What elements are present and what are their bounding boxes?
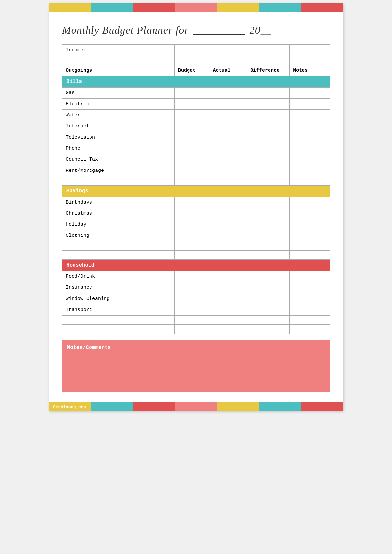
bottom-stripe bbox=[49, 402, 343, 411]
empty-row-2 bbox=[62, 176, 330, 186]
household-label: Household bbox=[62, 260, 330, 271]
item-water: Water bbox=[62, 110, 175, 121]
empty-row-6 bbox=[62, 325, 330, 334]
category-savings: Savings bbox=[62, 186, 330, 197]
item-television: Television bbox=[62, 132, 175, 143]
bottom-stripe-teal-2 bbox=[259, 402, 301, 411]
bottom-stripe-red-1 bbox=[133, 402, 175, 411]
content: Monthly Budget Planner for 20__ Income: bbox=[49, 12, 343, 402]
table-row: Electric bbox=[62, 99, 330, 110]
footer-area: Gembloong.com bbox=[49, 402, 343, 411]
income-diff-cell bbox=[247, 45, 290, 56]
table-row: Television bbox=[62, 132, 330, 143]
table-row: Window Cleaning bbox=[62, 293, 330, 304]
empty-row-1 bbox=[62, 56, 330, 65]
savings-label: Savings bbox=[62, 186, 330, 197]
table-row: Gas bbox=[62, 88, 330, 99]
table-row: Clothing bbox=[62, 230, 330, 241]
bottom-stripe-pink-1 bbox=[175, 402, 217, 411]
item-holiday: Holiday bbox=[62, 219, 175, 230]
category-household: Household bbox=[62, 260, 330, 271]
table-row: Water bbox=[62, 110, 330, 121]
income-label: Income: bbox=[62, 45, 175, 56]
top-stripe bbox=[49, 3, 343, 12]
title-line-month bbox=[193, 22, 245, 35]
table-row: Insurance bbox=[62, 282, 330, 293]
table-row: Christmas bbox=[62, 208, 330, 219]
table-row: Transport bbox=[62, 304, 330, 316]
item-internet: Internet bbox=[62, 121, 175, 132]
bottom-stripe-red-2 bbox=[301, 402, 343, 411]
item-rent-mortgage: Rent/Mortgage bbox=[62, 165, 175, 176]
table-row: Council Tax bbox=[62, 154, 330, 165]
table-row: Phone bbox=[62, 143, 330, 154]
page-title: Monthly Budget Planner for 20__ bbox=[62, 22, 330, 36]
table-row: Food/Drink bbox=[62, 271, 330, 282]
bottom-stripe-yellow-2 bbox=[217, 402, 259, 411]
col-header-actual: Actual bbox=[209, 65, 247, 76]
bills-label: Bills bbox=[62, 76, 330, 88]
col-header-budget: Budget bbox=[174, 65, 209, 76]
empty-row-3 bbox=[62, 241, 330, 251]
stripe-yellow-2 bbox=[217, 3, 259, 12]
table-row: Birthdays bbox=[62, 197, 330, 208]
empty-row-4 bbox=[62, 251, 330, 260]
item-window-cleaning: Window Cleaning bbox=[62, 293, 175, 304]
notes-section: Notes/Comments bbox=[62, 340, 330, 392]
category-bills: Bills bbox=[62, 76, 330, 88]
title-year-line: __ bbox=[261, 24, 272, 36]
item-transport: Transport bbox=[62, 304, 175, 316]
column-header-row: Outgoings Budget Actual Difference Notes bbox=[62, 65, 330, 76]
title-text-part2: 20 bbox=[250, 24, 261, 36]
item-gas: Gas bbox=[62, 88, 175, 99]
item-phone: Phone bbox=[62, 143, 175, 154]
page: Monthly Budget Planner for 20__ Income: bbox=[49, 3, 343, 411]
income-budget-cell bbox=[174, 45, 209, 56]
notes-label: Notes/Comments bbox=[67, 345, 325, 350]
income-actual-cell bbox=[209, 45, 247, 56]
empty-row-5 bbox=[62, 316, 330, 325]
item-christmas: Christmas bbox=[62, 208, 175, 219]
stripe-pink-1 bbox=[175, 3, 217, 12]
income-row: Income: bbox=[62, 45, 330, 56]
col-header-difference: Difference bbox=[247, 65, 290, 76]
stripe-teal-2 bbox=[259, 3, 301, 12]
table-row: Rent/Mortgage bbox=[62, 165, 330, 176]
item-council-tax: Council Tax bbox=[62, 154, 175, 165]
income-notes-cell bbox=[290, 45, 330, 56]
watermark: Gembloong.com bbox=[53, 405, 86, 410]
item-food-drink: Food/Drink bbox=[62, 271, 175, 282]
col-header-notes: Notes bbox=[290, 65, 330, 76]
table-row: Internet bbox=[62, 121, 330, 132]
stripe-red-1 bbox=[133, 3, 175, 12]
stripe-red-2 bbox=[301, 3, 343, 12]
item-birthdays: Birthdays bbox=[62, 197, 175, 208]
item-electric: Electric bbox=[62, 99, 175, 110]
col-header-outgoings: Outgoings bbox=[62, 65, 175, 76]
budget-table: Income: Outgoings Budget Actual Differen… bbox=[62, 44, 330, 334]
table-row: Holiday bbox=[62, 219, 330, 230]
bottom-stripe-teal-1 bbox=[91, 402, 133, 411]
item-insurance: Insurance bbox=[62, 282, 175, 293]
stripe-teal-1 bbox=[91, 3, 133, 12]
title-text-part1: Monthly Budget Planner for bbox=[62, 24, 189, 36]
item-clothing: Clothing bbox=[62, 230, 175, 241]
stripe-yellow-1 bbox=[49, 3, 91, 12]
